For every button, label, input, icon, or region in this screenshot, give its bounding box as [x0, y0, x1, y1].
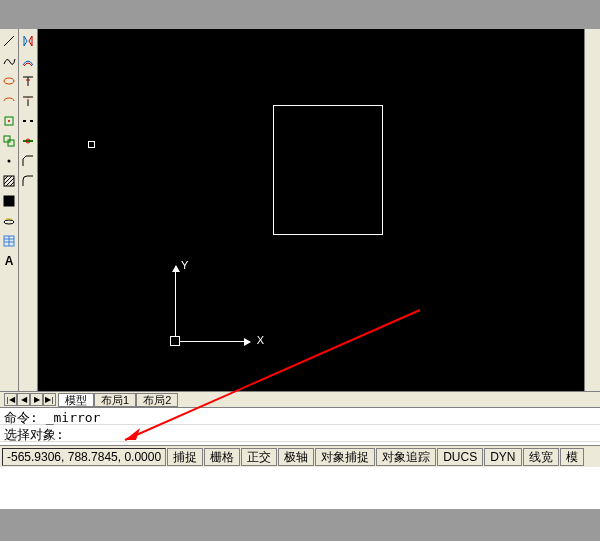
tab-first-button[interactable]: |◀ — [4, 393, 17, 406]
command-history-line: 命令: _mirror — [0, 408, 600, 425]
trim-icon[interactable] — [20, 73, 36, 89]
svg-rect-7 — [4, 176, 14, 186]
tab-model[interactable]: 模型 — [58, 393, 94, 407]
ellipse-icon[interactable] — [1, 73, 17, 89]
svg-rect-5 — [8, 140, 14, 146]
mirror-icon[interactable] — [20, 33, 36, 49]
otrack-toggle[interactable]: 对象追踪 — [376, 448, 436, 466]
command-prompt-line[interactable]: 选择对象: — [0, 425, 600, 442]
ducs-toggle[interactable]: DUCS — [437, 448, 483, 466]
point-icon[interactable] — [1, 153, 17, 169]
ellipse-arc-icon[interactable] — [1, 93, 17, 109]
app-frame: A X Y |◀ ◀ ▶ ▶| — [0, 29, 600, 509]
coordinates-display[interactable]: -565.9306, 788.7845, 0.0000 — [2, 448, 166, 466]
join-icon[interactable] — [20, 133, 36, 149]
main-area: A X Y — [0, 29, 600, 391]
grid-toggle[interactable]: 栅格 — [204, 448, 240, 466]
offset-icon[interactable] — [20, 53, 36, 69]
tab-layout2[interactable]: 布局2 — [136, 393, 178, 407]
region-icon[interactable] — [1, 213, 17, 229]
svg-rect-4 — [4, 136, 10, 142]
text-icon[interactable]: A — [1, 253, 17, 269]
svg-line-0 — [4, 36, 14, 46]
svg-point-6 — [8, 160, 11, 163]
dyn-toggle[interactable]: DYN — [484, 448, 521, 466]
status-bar: -565.9306, 788.7845, 0.0000 捕捉 栅格 正交 极轴 … — [0, 445, 600, 467]
svg-line-9 — [4, 176, 12, 184]
modify-toolbar — [19, 29, 38, 391]
hatch-icon[interactable] — [1, 173, 17, 189]
layout-tab-bar: |◀ ◀ ▶ ▶| 模型 布局1 布局2 — [0, 391, 600, 407]
svg-line-8 — [4, 176, 8, 180]
vertical-scrollbar[interactable] — [584, 29, 600, 391]
draw-toolbar: A — [0, 29, 19, 391]
tab-layout1[interactable]: 布局1 — [94, 393, 136, 407]
block-icon[interactable] — [1, 113, 17, 129]
lineweight-toggle[interactable]: 线宽 — [523, 448, 559, 466]
make-block-icon[interactable] — [1, 133, 17, 149]
spline-icon[interactable] — [1, 53, 17, 69]
ucs-y-label: Y — [181, 259, 188, 271]
drawing-canvas[interactable]: X Y — [38, 29, 584, 391]
svg-line-11 — [10, 182, 14, 186]
pickbox-cursor — [88, 141, 95, 148]
tab-last-button[interactable]: ▶| — [43, 393, 56, 406]
rectangle-entity — [273, 105, 383, 235]
svg-rect-12 — [4, 196, 14, 206]
ortho-toggle[interactable]: 正交 — [241, 448, 277, 466]
tab-prev-button[interactable]: ◀ — [17, 393, 30, 406]
osnap-toggle[interactable]: 对象捕捉 — [315, 448, 375, 466]
svg-point-13 — [4, 220, 14, 224]
svg-point-3 — [8, 120, 10, 122]
tab-next-button[interactable]: ▶ — [30, 393, 43, 406]
gradient-icon[interactable] — [1, 193, 17, 209]
svg-point-1 — [4, 78, 14, 84]
ucs-x-label: X — [257, 334, 264, 346]
snap-toggle[interactable]: 捕捉 — [167, 448, 203, 466]
line-icon[interactable] — [1, 33, 17, 49]
model-toggle[interactable]: 模 — [560, 448, 584, 466]
break-icon[interactable] — [20, 113, 36, 129]
table-icon[interactable] — [1, 233, 17, 249]
command-window[interactable]: 命令: _mirror 选择对象: — [0, 407, 600, 442]
polar-toggle[interactable]: 极轴 — [278, 448, 314, 466]
extend-icon[interactable] — [20, 93, 36, 109]
fillet-icon[interactable] — [20, 173, 36, 189]
chamfer-icon[interactable] — [20, 153, 36, 169]
svg-line-10 — [6, 178, 14, 186]
